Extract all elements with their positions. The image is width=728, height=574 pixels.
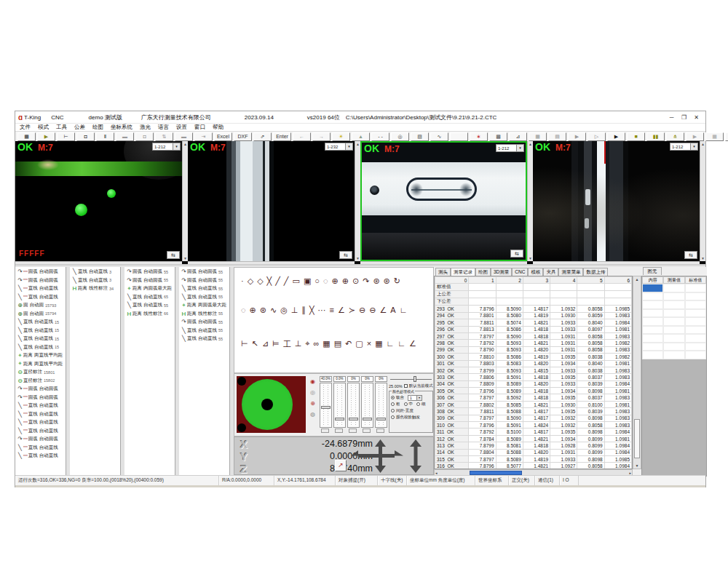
tool-gray1-button[interactable]: ▬	[116, 132, 134, 141]
stage-move-button[interactable]: ⊢	[57, 132, 75, 141]
tab-3D测量[interactable]: 3D测量	[491, 268, 512, 276]
laser-star-button[interactable]: ∗	[470, 132, 488, 141]
fit-view-icon[interactable]: ⇆	[339, 251, 352, 259]
measure-tool-icon[interactable]: ⌖	[305, 339, 309, 350]
column-header[interactable]: 标准值	[685, 276, 706, 284]
measure-tool-icon[interactable]: ⊨	[272, 339, 280, 350]
table-row[interactable]: 312 OK7.87848.50891.48211.09340.80991.09…	[435, 435, 632, 442]
excel-button[interactable]: Excel	[214, 132, 232, 141]
camera-select-combo[interactable]: 1-212▾	[152, 143, 181, 151]
element-list-item[interactable]: ╲直线自动直线55	[179, 284, 229, 293]
element-list-item[interactable]: ╲***直线自动直线	[15, 284, 66, 293]
minimize-button[interactable]: ─	[665, 114, 678, 121]
measure-tool-icon[interactable]: ↷	[363, 276, 369, 286]
table-row[interactable]: 298 OK7.87928.50931.48211.09310.80581.09…	[435, 340, 632, 346]
measure-tool-icon[interactable]: 工	[283, 339, 291, 350]
slider-track[interactable]	[347, 383, 360, 428]
element-list-item[interactable]: ╲直线自动直线3	[70, 276, 120, 285]
tab-测头[interactable]: 测头	[435, 268, 451, 276]
menu-item-公差[interactable]: 公差	[74, 124, 85, 131]
table-row[interactable]: 302 OK7.87998.50931.48151.09330.80381.09…	[435, 367, 632, 373]
table-row[interactable]: 294 OK7.88018.50801.48191.09300.80591.09…	[435, 312, 632, 319]
measure-tool-icon[interactable]: ∟	[400, 306, 408, 315]
slider-thumb[interactable]	[363, 418, 372, 420]
chevron-down-icon[interactable]: ▾	[416, 396, 422, 400]
measure-tool-icon[interactable]: ×	[367, 339, 371, 350]
tab-绘图[interactable]: 绘图	[475, 268, 491, 276]
camera-select-combo[interactable]: 1-232▾	[325, 143, 353, 151]
element-list-item[interactable]: ╲直线自动直线15	[15, 318, 66, 327]
element-list-item[interactable]: ↷***圆弧自动圆弧	[15, 385, 66, 394]
table-row[interactable]: 311 OK7.87928.51001.48171.09350.80981.09…	[435, 428, 632, 435]
menu-item-激光[interactable]: 激光	[140, 124, 151, 131]
light-channel-slider[interactable]: 0.0%	[333, 376, 346, 433]
element-table-row[interactable]	[642, 300, 706, 309]
table-row[interactable]: 315 OK7.87978.50891.48191.09330.80981.09…	[435, 455, 632, 462]
measure-tool-icon[interactable]: ◎	[280, 306, 288, 315]
table-row[interactable]: 301 OK7.88038.50831.48201.09340.80401.09…	[435, 360, 632, 367]
tab-测量记录[interactable]: 测量记录	[451, 268, 475, 276]
slider-thumb[interactable]	[321, 406, 331, 409]
xy-jog-arrows-icon[interactable]	[351, 439, 403, 473]
element-list-item[interactable]: ╲***直线自动直线	[15, 293, 66, 302]
save2-button[interactable]: ▦	[705, 132, 724, 141]
tab-测量菜单[interactable]: 测量菜单	[558, 268, 583, 276]
measure-tool-icon[interactable]: ╳	[267, 276, 272, 286]
maximize-button[interactable]: ❐	[678, 114, 690, 121]
table-row[interactable]: 308 OK7.88118.50881.48171.09350.80391.09…	[435, 408, 632, 415]
tolerance-row[interactable]: 标准值	[435, 284, 632, 291]
chart-button[interactable]: ⊿	[509, 132, 527, 141]
camera-view-4[interactable]: OKM:71-212▾⇆ ▲▼	[533, 141, 705, 264]
measure-tool-icon[interactable]: ⋯	[318, 306, 326, 315]
table-row[interactable]: 310 OK7.87968.50911.48241.09320.80581.09…	[435, 422, 632, 428]
element-list-item[interactable]: ↷圆弧自动圆弧55	[124, 268, 175, 276]
measure-tool-icon[interactable]: ∥	[301, 306, 306, 315]
element-list-item[interactable]: ╲***直线自动直线	[15, 418, 66, 427]
menu-item-帮助[interactable]: 帮助	[213, 124, 223, 131]
folder-run-button[interactable]: ▶	[568, 132, 586, 141]
curve-button[interactable]: ∿	[430, 132, 448, 141]
measure-tool-icon[interactable]: ○	[314, 276, 320, 286]
fit-view-icon[interactable]: ⇆	[684, 251, 697, 259]
measure-tool-icon[interactable]: ◌	[323, 276, 328, 286]
radio-icon[interactable]	[391, 415, 395, 419]
measure-tool-icon[interactable]: A	[390, 306, 395, 315]
element-table-row[interactable]	[642, 351, 706, 359]
ring-light-indicator[interactable]	[237, 376, 306, 433]
arrow-left-button[interactable]: ←	[293, 132, 311, 141]
light-channel-slider[interactable]: 40.0%	[320, 376, 332, 433]
tab-数据上传[interactable]: 数据上传	[583, 268, 608, 276]
element-list-item[interactable]: ╲直线自动直线15	[15, 343, 66, 352]
table-row[interactable]: 300 OK7.88108.50861.48191.09350.80381.09…	[435, 354, 632, 360]
probe-button[interactable]: ◘	[76, 132, 95, 141]
menu-item-坐标系统[interactable]: 坐标系统	[111, 124, 132, 131]
column-header[interactable]: 2	[496, 277, 523, 284]
slider-track[interactable]	[375, 383, 387, 428]
element-list-item[interactable]: ↷圆弧自动圆弧55	[179, 268, 229, 276]
element-table-row[interactable]	[642, 343, 706, 351]
column-header[interactable]: 测量值	[663, 276, 684, 284]
measure-tool-icon[interactable]: ⊢	[241, 339, 248, 350]
element-list-item[interactable]: ↷圆弧自动圆弧55	[124, 276, 175, 285]
enter-button[interactable]: Enter	[273, 132, 291, 141]
element-list-item[interactable]: ↷***圆弧自动圆弧	[15, 394, 66, 402]
element-list-item[interactable]: ╲***直线自动直线	[15, 452, 66, 461]
table-row[interactable]: 303 OK7.88068.50911.48181.09350.80371.09…	[435, 374, 632, 380]
element-list-item[interactable]: ╲直线自动直线55	[179, 293, 229, 302]
tolerance-row[interactable]: 上公差	[435, 291, 632, 298]
measure-tool-icon[interactable]: ▢	[355, 339, 363, 350]
element-list-item[interactable]: ╲***直线自动直线	[15, 410, 66, 419]
measure-tool-icon[interactable]: ⊥	[295, 339, 302, 350]
tolerance-row[interactable]: 下公差	[435, 298, 632, 306]
menu-item-语言[interactable]: 语言	[158, 124, 169, 131]
camera-select-combo[interactable]: 1-212▾	[670, 143, 698, 151]
open2-button[interactable]: ▤	[725, 132, 728, 141]
element-list-item[interactable]: ⊖直径标注15801	[15, 368, 66, 377]
master-light-slider[interactable]	[389, 375, 433, 383]
stop-button[interactable]: ■	[627, 132, 645, 141]
play-button[interactable]: ▷	[587, 132, 606, 141]
measure-tool-icon[interactable]: ⊙	[352, 276, 359, 286]
table-row[interactable]: 295 OK7.88118.50741.48211.09330.80401.09…	[435, 319, 632, 326]
default-mode-checkbox[interactable]	[404, 384, 408, 388]
measure-tool-icon[interactable]: ╳	[309, 306, 314, 315]
